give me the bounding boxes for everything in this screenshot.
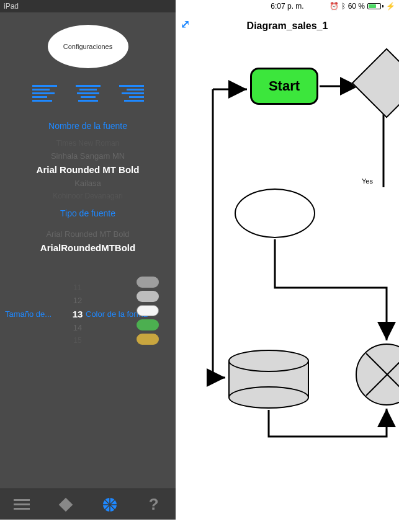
size-option[interactable]: 15 [59,334,96,347]
tab-shape-icon[interactable] [56,495,75,514]
canvas-area: 6:07 p. m. ⏰ ᛒ 60 % ⚡ ⤢ Diagram_sales_1 [176,0,399,520]
color-swatch[interactable] [137,277,159,288]
svg-rect-0 [14,499,30,501]
diagram-title: Diagram_sales_1 [247,20,328,32]
font-option[interactable]: Times New Roman [0,137,176,149]
tab-help-icon[interactable]: ? [145,495,163,514]
yes-label: Yes [362,177,373,185]
battery-icon [367,3,383,9]
bluetooth-icon: ᛒ [341,2,346,11]
svg-rect-3 [59,497,73,512]
cylinder-node[interactable] [228,350,309,409]
color-picker[interactable] [129,277,166,345]
size-label: Tamaño de... [5,309,52,319]
ellipse-node[interactable] [235,188,315,238]
font-name-picker[interactable]: Times New Roman Sinhala Sangam MN Arial … [0,137,176,202]
font-type-option[interactable]: Arial Rounded MT Bold [0,228,176,241]
alignment-row [0,81,176,105]
expand-icon[interactable]: ⤢ [181,17,190,31]
decision-node[interactable] [351,48,399,118]
font-name-label: Nombre de la fuente [0,121,176,131]
font-option[interactable]: Kailasa [0,177,176,190]
device-label: iPad [4,2,172,11]
status-bar-right: 6:07 p. m. ⏰ ᛒ 60 % ⚡ [176,0,399,12]
start-node[interactable]: Start [250,68,318,105]
font-option-selected[interactable]: Arial Rounded MT Bold [0,162,176,177]
config-title-oval: Configuraciones [48,25,128,68]
status-bar-left: iPad [0,0,176,12]
connectors [176,40,399,532]
color-swatch[interactable] [137,319,159,330]
font-type-option-selected[interactable]: ArialRoundedMTBold [0,241,176,255]
size-option[interactable]: 12 [59,294,96,307]
size-option[interactable]: 14 [59,321,96,334]
font-type-label: Tipo de fuente [0,208,176,218]
tab-list-icon[interactable] [12,495,31,514]
color-swatch[interactable] [137,334,159,345]
sidebar: iPad Configuraciones Nombre de la fuente… [0,0,176,520]
size-option[interactable]: 11 [59,282,96,294]
font-type-picker[interactable]: Arial Rounded MT Bold ArialRoundedMTBold [0,228,176,255]
config-title: Configuraciones [63,43,113,50]
svg-rect-1 [14,503,30,505]
align-left-button[interactable] [32,81,57,105]
font-option[interactable]: Sinhala Sangam MN [0,149,176,162]
canvas-header: ⤢ Diagram_sales_1 [176,12,399,40]
tab-style-icon[interactable] [101,495,119,514]
canvas[interactable]: Start Yes [176,40,399,532]
color-swatch-selected[interactable] [137,305,159,316]
svg-rect-2 [14,508,30,510]
align-right-button[interactable] [119,81,144,105]
align-center-button[interactable] [76,81,101,105]
charging-icon: ⚡ [386,2,395,11]
bottom-tabs: ? [0,489,176,520]
battery-percent: 60 % [348,2,365,11]
time: 6:07 p. m. [271,2,303,11]
font-option[interactable]: Kohinoor Devanagari [0,190,176,202]
color-swatch[interactable] [137,291,159,302]
summing-node[interactable] [356,344,399,406]
alarm-icon: ⏰ [330,2,339,11]
